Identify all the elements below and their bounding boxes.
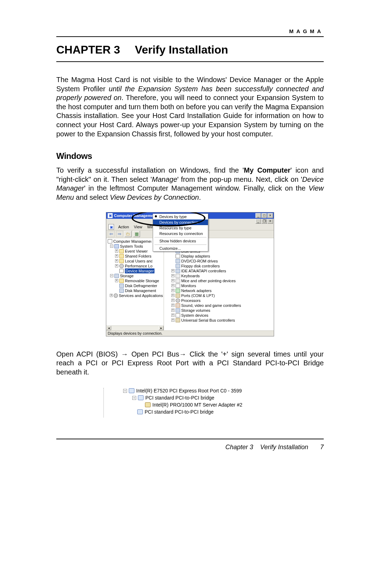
chapter-name: Verify Installation	[135, 43, 228, 56]
pci-bridge-1[interactable]: PCI standard PCI-to-PCI bridge	[145, 395, 214, 401]
expand-icon[interactable]: +	[171, 299, 175, 302]
minimize-button[interactable]: _	[255, 213, 261, 218]
folder-icon	[119, 254, 124, 258]
tree-removable-storage[interactable]: Removable Storage	[125, 278, 159, 283]
device-keyboards[interactable]: Keyboards	[181, 273, 200, 278]
scroll-right-button[interactable]: ▸	[159, 326, 164, 330]
expand-icon[interactable]: −	[110, 274, 113, 277]
scroll-left-button[interactable]: ◂	[106, 326, 111, 330]
network-card-icon	[145, 402, 151, 407]
expand-icon[interactable]: +	[171, 304, 175, 307]
acpi-paragraph: Open ACPI (BIOS) → Open PCI Bus→ Click t…	[56, 350, 324, 377]
tree-root[interactable]: Computer Management (Local)	[113, 239, 151, 244]
menu-action[interactable]: Action	[116, 225, 131, 229]
pci-root-port[interactable]: Intel(R) E7520 PCI Express Root Port C0 …	[136, 388, 242, 394]
tree-performance[interactable]: Performance Logs and Alerts	[125, 264, 152, 268]
app-icon: ▣	[108, 213, 113, 218]
dvd-icon	[176, 259, 180, 263]
diskmgmt-icon	[119, 289, 124, 293]
tree-services-apps[interactable]: Services and Applications	[119, 293, 163, 298]
brand-header: MAGMA	[56, 28, 324, 37]
expand-icon[interactable]: +	[115, 259, 118, 262]
device-floppy[interactable]: Floppy disk controllers	[181, 264, 220, 268]
file-icon[interactable]: ▣	[108, 224, 114, 230]
expand-icon[interactable]: +	[171, 284, 175, 287]
expand-icon[interactable]: −	[132, 396, 136, 400]
expand-icon[interactable]: −	[110, 245, 113, 248]
back-button[interactable]: ⇦	[108, 231, 115, 237]
pci-tree-snippet: −Intel(R) E7520 PCI Express Root Port C0…	[99, 384, 281, 423]
view-devices-by-type[interactable]: Devices by type	[153, 214, 208, 219]
pci-adapter[interactable]: Intel(R) PRO/1000 MT Server Adapter #2	[152, 402, 242, 408]
expand-icon[interactable]: −	[123, 389, 127, 393]
device-system-devices[interactable]: System devices	[181, 313, 208, 318]
footer-page-number: 7	[320, 444, 324, 451]
view-button[interactable]: ▦	[133, 231, 140, 237]
expand-icon[interactable]: +	[171, 314, 175, 317]
view-customize[interactable]: Customize...	[153, 246, 208, 251]
expand-icon[interactable]: +	[171, 279, 175, 282]
device-dvd[interactable]: DVD/CD-ROM drives	[181, 259, 218, 264]
device-network[interactable]: Network adapters	[181, 288, 211, 293]
mdi-minimize-button[interactable]: _	[255, 219, 261, 224]
perf-icon	[119, 264, 124, 268]
services-icon	[114, 293, 118, 298]
tree-disk-management[interactable]: Disk Management	[125, 288, 156, 293]
tree-local-users[interactable]: Local Users and Groups	[125, 259, 152, 264]
expand-icon[interactable]: +	[110, 294, 113, 297]
tree-device-manager[interactable]: Device Manager	[125, 268, 154, 273]
up-button[interactable]: 🗀	[125, 231, 132, 237]
left-tree-pane: Computer Management (Local) −System Tool…	[106, 238, 164, 330]
defrag-icon	[119, 284, 124, 288]
storage-icon	[114, 274, 119, 278]
expand-icon[interactable]: +	[171, 269, 175, 272]
system-icon	[176, 313, 180, 317]
footer-chapter: Chapter 3	[226, 444, 253, 451]
device-storage-volumes[interactable]: Storage volumes	[181, 308, 210, 313]
forward-button[interactable]: ⇨	[116, 231, 123, 237]
view-resources-by-type[interactable]: Resources by type	[153, 225, 208, 231]
expand-icon[interactable]: +	[171, 318, 175, 322]
tools-icon	[114, 244, 119, 248]
expand-icon[interactable]: +	[171, 309, 175, 312]
device-ide[interactable]: IDE ATA/ATAPI controllers	[181, 268, 226, 273]
device-mice[interactable]: Mice and other pointing devices	[181, 278, 236, 283]
tree-shared-folders[interactable]: Shared Folders	[125, 254, 152, 259]
tree-storage[interactable]: Storage	[120, 273, 134, 278]
chapter-title: CHAPTER 3Verify Installation	[56, 37, 324, 62]
horizontal-scrollbar[interactable]: ◂ ▸	[106, 326, 164, 330]
intro-paragraph: The Magma Host Card is not visible to th…	[56, 75, 324, 138]
expand-icon[interactable]: +	[115, 254, 118, 258]
device-processors[interactable]: Processors	[181, 298, 201, 303]
view-devices-by-connection[interactable]: Devices by connection	[153, 219, 208, 225]
view-show-hidden[interactable]: Show hidden devices	[153, 238, 208, 244]
ports-icon	[176, 293, 180, 298]
device-ports[interactable]: Ports (COM & LPT)	[181, 293, 215, 298]
pci-bridge-2[interactable]: PCI standard PCI-to-PCI bridge	[145, 409, 214, 415]
device-monitors[interactable]: Monitors	[181, 283, 196, 288]
mouse-icon	[176, 279, 180, 283]
computer-management-window: ▣ Computer Management _ □ × _ ❐ × ▣ Acti…	[106, 212, 274, 336]
mdi-restore-button[interactable]: ❐	[261, 219, 267, 224]
expand-icon[interactable]: +	[171, 274, 175, 277]
close-button[interactable]: ×	[267, 213, 273, 218]
mdi-close-button[interactable]: ×	[267, 219, 273, 224]
expand-icon[interactable]: +	[115, 279, 118, 282]
tree-event-viewer[interactable]: Event Viewer	[125, 249, 152, 254]
device-display-adapters[interactable]: Display adapters	[181, 254, 210, 259]
device-sound[interactable]: Sound, video and game controllers	[181, 303, 241, 308]
bullet-icon	[155, 215, 157, 217]
expand-icon[interactable]: +	[115, 249, 118, 253]
sound-icon	[176, 303, 180, 308]
device-usb[interactable]: Universal Serial Bus controllers	[181, 318, 235, 323]
expand-icon[interactable]: +	[171, 294, 175, 297]
tree-system-tools[interactable]: System Tools	[120, 244, 152, 249]
expand-icon[interactable]: +	[115, 264, 118, 267]
page-footer: Chapter 3 Verify Installation7	[56, 439, 324, 451]
tree-disk-defragmenter[interactable]: Disk Defragmenter	[125, 283, 157, 288]
monitor-icon	[176, 284, 180, 288]
view-resources-by-connection[interactable]: Resources by connection	[153, 231, 208, 236]
expand-icon[interactable]: +	[171, 289, 175, 292]
menu-view[interactable]: View	[132, 225, 145, 229]
maximize-button[interactable]: □	[261, 213, 267, 218]
